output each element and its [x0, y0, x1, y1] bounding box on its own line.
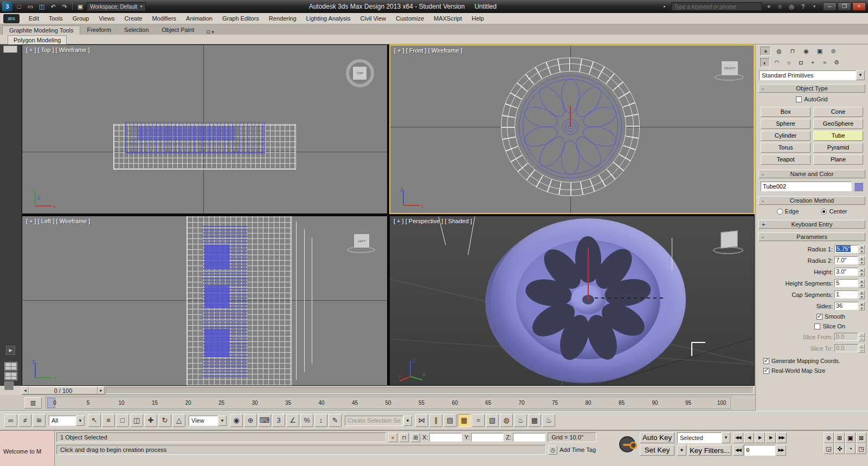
menu-item[interactable]: Lighting Analysis	[301, 14, 356, 23]
select-and-link-icon[interactable]: ∞	[4, 414, 17, 427]
radius2-spinner[interactable]: ▴▾	[859, 256, 865, 265]
new-scene-icon[interactable]: □	[14, 2, 24, 11]
maximize-viewport-toggle-icon[interactable]: ◳	[856, 443, 866, 454]
spinner-snap-icon[interactable]: ↕	[314, 414, 327, 427]
rendered-frame-window-icon[interactable]: ▩	[528, 414, 541, 427]
window-crossing-icon[interactable]: ◫	[130, 414, 143, 427]
layer-manager-icon[interactable]: ▤	[443, 414, 456, 427]
maximize-button[interactable]: ❐	[838, 2, 851, 11]
curve-editor-icon[interactable]: ≈	[472, 414, 485, 427]
orbit-icon[interactable]: ◔	[845, 443, 856, 454]
torus-button[interactable]: Torus	[761, 143, 811, 153]
pan-view-icon[interactable]: ✜	[834, 443, 845, 454]
viewport-layout-single-icon[interactable]	[4, 381, 14, 390]
set-key-toggle[interactable]	[619, 436, 635, 452]
set-key-button[interactable]: Set Key	[640, 445, 674, 456]
key-mode-toggle-icon[interactable]: ✦	[677, 445, 686, 456]
select-and-manipulate-icon[interactable]: ⊕	[244, 414, 257, 427]
next-frame-button[interactable]: ▶	[766, 432, 776, 443]
radius2-field[interactable]: 7.0"	[834, 256, 858, 264]
select-object-icon[interactable]: ↖	[88, 414, 101, 427]
menu-item[interactable]: Animation	[181, 14, 217, 23]
selection-filter-dropdown[interactable]: All▼	[49, 416, 85, 426]
open-mini-curve-editor-button[interactable]: ▥	[24, 397, 42, 409]
geosphere-button[interactable]: GeoSphere	[813, 119, 863, 129]
smooth-checkbox[interactable]	[816, 314, 822, 320]
utilities-tab-icon[interactable]: ⊚	[828, 47, 839, 56]
tab-selection[interactable]: Selection	[118, 25, 155, 35]
angle-snap-icon[interactable]: ∠	[286, 414, 299, 427]
redo-icon[interactable]: ↷	[60, 2, 69, 11]
percent-snap-icon[interactable]: %	[300, 414, 313, 427]
viewport-layout-tab[interactable]	[3, 46, 17, 53]
zoom-extents-all-icon[interactable]: ⊠	[856, 432, 866, 443]
app-logo-icon[interactable]: 3	[2, 2, 12, 11]
sides-field[interactable]: 36	[834, 302, 858, 310]
rollout-name-and-color[interactable]: -Name and Color	[758, 170, 865, 178]
helpers-category-icon[interactable]: +	[808, 58, 818, 67]
key-filters-button[interactable]: Key Filters...	[688, 445, 731, 456]
select-by-name-icon[interactable]: ≡	[102, 414, 115, 427]
zoom-all-icon[interactable]: ⊞	[834, 432, 845, 443]
display-tab-icon[interactable]: ▣	[814, 47, 825, 56]
hierarchy-tab-icon[interactable]: ⊓	[787, 47, 798, 56]
cone-button[interactable]: Cone	[813, 107, 863, 117]
menu-item[interactable]: Customize	[391, 14, 429, 23]
space-warps-category-icon[interactable]: ≈	[820, 58, 830, 67]
viewport-top[interactable]: [ + ] [ Top ] [ Wireframe ] TOP Y x Z	[22, 44, 388, 214]
tube-button[interactable]: Tube	[813, 131, 863, 141]
viewport-layout-preset-icon[interactable]	[4, 362, 17, 371]
cameras-category-icon[interactable]: ◘	[796, 58, 806, 67]
render-production-icon[interactable]: ♨	[542, 414, 555, 427]
keyboard-shortcut-override-icon[interactable]: ⌨	[258, 414, 271, 427]
height-spinner[interactable]: ▴▾	[859, 268, 865, 276]
viewcube[interactable]	[721, 230, 738, 249]
previous-frame-arrow[interactable]: ◄	[22, 386, 29, 394]
tab-polygon-modeling[interactable]: Polygon Modeling	[8, 35, 67, 45]
rectangular-selection-region-icon[interactable]: □	[116, 414, 129, 427]
primitive-category-dropdown[interactable]: Standard Primitives	[759, 70, 856, 80]
rollout-parameters[interactable]: -Parameters	[758, 232, 865, 241]
cylinder-button[interactable]: Cylinder	[761, 131, 811, 141]
selected-filter-dropdown[interactable]: Selected ▼	[677, 432, 730, 443]
render-setup-icon[interactable]: ♨	[514, 414, 527, 427]
search-icon[interactable]: ⌖	[764, 2, 774, 11]
select-and-move-icon[interactable]: ✚	[144, 414, 157, 427]
menu-item[interactable]: Civil View	[356, 14, 391, 23]
motion-tab-icon[interactable]: ◉	[801, 47, 812, 56]
generate-mapping-coords-checkbox[interactable]	[763, 358, 769, 364]
align-icon[interactable]: ∥	[429, 414, 442, 427]
radius1-spinner[interactable]: ▴▾	[859, 245, 865, 254]
menu-item[interactable]: Views	[94, 14, 119, 23]
mirror-icon[interactable]: ⋈	[415, 414, 428, 427]
go-to-end-button[interactable]: ▶▶	[776, 432, 787, 443]
help-icon[interactable]: ?	[798, 2, 808, 11]
viewport-perspective-label[interactable]: [ + ] [ Perspective ] [ Shaded ]	[394, 218, 472, 224]
previous-key-button[interactable]: ◀◀	[733, 445, 743, 456]
use-pivot-point-center-icon[interactable]: ◉	[230, 414, 243, 427]
viewcube[interactable]: TOP	[352, 66, 367, 80]
menu-item[interactable]: Graph Editors	[217, 14, 264, 23]
reference-coordinate-system-dropdown[interactable]: View▼	[189, 416, 227, 426]
welcome-window-fragment[interactable]: Welcome to M	[0, 431, 55, 466]
select-and-scale-icon[interactable]: △	[172, 414, 185, 427]
undo-icon[interactable]: ↶	[48, 2, 58, 11]
viewport-top-label[interactable]: [ + ] [ Top ] [ Wireframe ]	[26, 47, 89, 53]
chevron-down-icon[interactable]: ▼	[856, 70, 865, 80]
cap-segments-field[interactable]: 1	[834, 290, 858, 299]
viewport-layout-expand-button[interactable]: ▶	[6, 346, 15, 355]
plane-button[interactable]: Plane	[813, 154, 863, 165]
rollout-keyboard-entry[interactable]: +Keyboard Entry	[758, 220, 865, 229]
zoom-extents-icon[interactable]: ▣	[845, 432, 856, 443]
menu-item[interactable]: Edit	[24, 14, 44, 23]
edit-named-selection-sets-icon[interactable]: ✎	[329, 414, 342, 427]
viewcube[interactable]: FRONT	[721, 61, 738, 76]
selection-lock-toggle-icon[interactable]: ⊓	[400, 433, 409, 442]
height-field[interactable]: 3.0"	[834, 268, 858, 276]
zoom-region-icon[interactable]: ◲	[824, 443, 834, 454]
menu-item[interactable]: Tools	[44, 14, 68, 23]
project-folder-icon[interactable]: ▣	[75, 2, 85, 11]
workspace-dropdown[interactable]: Workspace: Default ▾	[87, 2, 146, 11]
sphere-button[interactable]: Sphere	[761, 119, 811, 129]
menu-item[interactable]: Group	[68, 14, 94, 23]
